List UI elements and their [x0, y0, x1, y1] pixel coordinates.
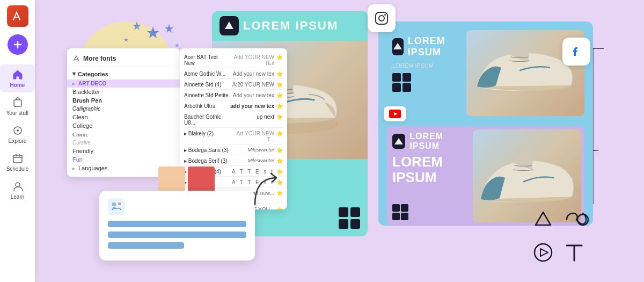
card-main-header: LOREM IPSUM	[212, 11, 368, 41]
sidebar-item-your-stuff-label: Your stuff	[6, 110, 29, 116]
color-swatch-red[interactable]	[188, 167, 215, 193]
font-panel[interactable]: More fonts ▾ Categories ▸ ART DECO Black…	[67, 48, 180, 177]
card-medium-logo	[392, 38, 404, 55]
add-button[interactable]	[8, 34, 28, 55]
arrow-decoration	[244, 167, 287, 212]
play-circle-icon	[531, 241, 555, 264]
facebook-badge	[562, 38, 590, 66]
text-bar-1	[108, 221, 246, 227]
font-row-college[interactable]: College	[67, 121, 180, 130]
font-panel-header: More fonts	[67, 53, 180, 67]
font-categories-label: ▾ Categories	[67, 67, 180, 79]
font-row-art-deco[interactable]: ▸ ART DECO	[67, 79, 180, 88]
card-small-title: LOREM IPSUM	[409, 132, 467, 151]
adobe-logo	[7, 5, 28, 27]
text-bar-2	[108, 232, 246, 238]
sidebar-item-learn[interactable]: Learn	[0, 176, 35, 204]
color-swatch-beige[interactable]	[158, 167, 185, 193]
sidebar: Home Your stuff Explore Schedule Learn	[0, 0, 35, 282]
card-main-title: LOREM IPSUM	[243, 19, 338, 33]
svg-rect-0	[14, 100, 21, 106]
font-category-list: ▸ ART DECO Blackletter Brush Pen Calligr…	[67, 79, 180, 172]
shape-triangle-icon	[531, 208, 555, 232]
text-editor-panel[interactable]	[99, 191, 255, 261]
decorative-icons-group	[531, 208, 617, 266]
font-row-comic[interactable]: Comic	[67, 130, 180, 139]
font-row-clean[interactable]: Clean	[67, 113, 180, 121]
sidebar-item-schedule-label: Schedule	[6, 166, 29, 172]
font-row-calligraphic[interactable]: Calligraphic	[67, 105, 180, 113]
sidebar-item-explore-label: Explore	[9, 138, 27, 144]
svg-point-9	[379, 16, 384, 21]
card-medium-qr	[392, 73, 456, 92]
sidebar-item-home[interactable]: Home	[0, 64, 35, 92]
svg-point-2	[17, 129, 19, 132]
svg-point-14	[535, 244, 552, 261]
text-editor-icon	[108, 198, 125, 215]
sidebar-item-explore[interactable]: Explore	[0, 120, 35, 148]
font-row-fun[interactable]: Fun	[67, 155, 180, 164]
sidebar-item-learn-label: Learn	[11, 194, 25, 200]
card-small-qr	[392, 204, 467, 220]
sidebar-item-your-stuff[interactable]: Your stuff	[0, 92, 35, 120]
youtube-badge	[384, 106, 406, 121]
main-canvas: More fonts ▾ Categories ▸ ART DECO Black…	[35, 0, 644, 282]
svg-rect-6	[118, 203, 121, 205]
text-bar-3	[108, 242, 184, 249]
card-main-qr	[339, 207, 360, 229]
font-row-brush-pen[interactable]: Brush Pen	[67, 96, 180, 105]
card-medium-subtitle: LOREM IPSUM	[392, 62, 456, 69]
text-t-icon	[562, 239, 586, 266]
card-main-logo	[219, 16, 239, 35]
svg-point-10	[384, 14, 386, 16]
sidebar-item-home-label: Home	[10, 82, 25, 88]
shape-loop-icon	[562, 208, 590, 232]
sidebar-item-schedule[interactable]: Schedule	[0, 148, 35, 176]
instagram-badge	[368, 4, 396, 32]
svg-rect-3	[13, 155, 22, 163]
card-small-logo	[392, 134, 405, 149]
font-row-friendly[interactable]: Friendly	[67, 147, 180, 155]
card-small-big-text: LOREMIPSUM	[392, 154, 467, 185]
font-row-cursive[interactable]: Cursive	[67, 139, 180, 147]
svg-rect-8	[376, 12, 387, 24]
svg-rect-5	[112, 203, 116, 206]
card-medium: LOREM IPSUM LOREM IPSUM	[387, 30, 584, 116]
font-row-blackletter[interactable]: Blackletter	[67, 88, 180, 96]
svg-point-4	[16, 183, 20, 187]
card-medium-title: LOREM IPSUM	[408, 35, 456, 58]
card-blue-wrapper: LOREM IPSUM LOREM IPSUM	[378, 21, 593, 226]
